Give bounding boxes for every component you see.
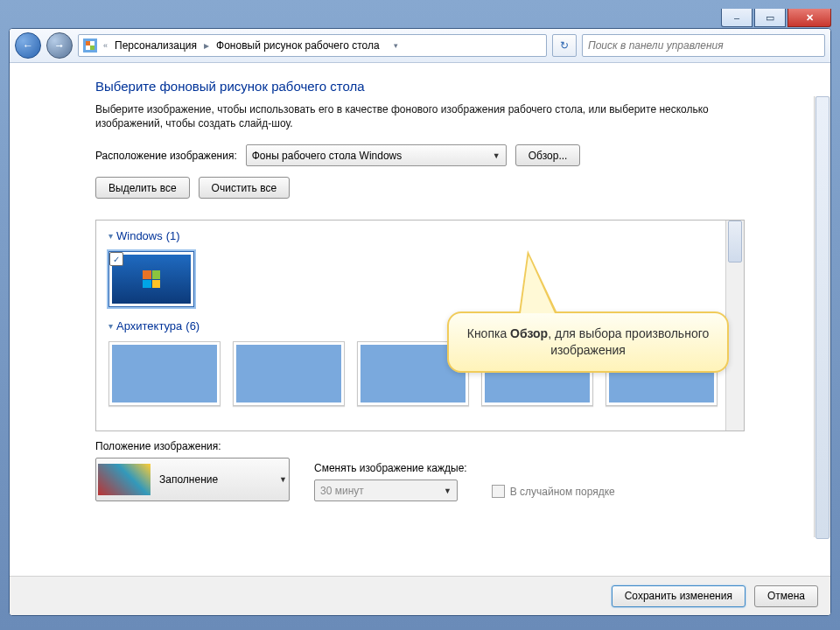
browse-button[interactable]: Обзор... — [515, 144, 581, 166]
interval-label: Сменять изображение каждые: — [314, 462, 467, 474]
breadcrumb-item[interactable]: Фоновый рисунок рабочего стола — [211, 39, 385, 52]
chevron-down-icon: ▼ — [279, 475, 287, 484]
location-label: Расположение изображения: — [95, 150, 237, 162]
control-panel-window: ← → « Персонализация ▸ Фоновый рисунок р… — [9, 28, 831, 616]
chevron-down-icon: ▼ — [493, 151, 500, 160]
page-title: Выберите фоновый рисунок рабочего стола — [95, 79, 745, 94]
tutorial-callout: Кнопка Обзор, для выбора произвольного и… — [447, 312, 729, 373]
svg-rect-3 — [90, 46, 94, 50]
nav-forward-button[interactable]: → — [46, 32, 73, 59]
location-combobox[interactable]: Фоны рабочего стола Windows▼ — [246, 144, 507, 166]
page-description: Выберите изображение, чтобы использовать… — [95, 102, 745, 130]
interval-combobox: 30 минут▼ — [314, 480, 458, 501]
group-windows: ▾ Windows (1) ✓ — [108, 229, 713, 307]
search-box[interactable] — [582, 34, 825, 57]
window-close-button[interactable]: ✕ — [788, 9, 831, 27]
save-button[interactable]: Сохранить изменения — [612, 585, 746, 607]
collapse-icon: ▾ — [108, 321, 113, 331]
content-area: Выберите фоновый рисунок рабочего стола … — [10, 63, 830, 576]
svg-rect-2 — [86, 41, 90, 46]
desktop: – ▭ ✕ ← → « Персонализация ▸ Фоновый рис… — [0, 0, 840, 630]
wallpaper-thumb[interactable]: ✓ — [108, 251, 194, 307]
breadcrumb-sep: « — [102, 41, 109, 50]
position-label: Положение изображения: — [95, 440, 290, 452]
dialog-footer: Сохранить изменения Отмена — [10, 576, 830, 615]
window-minimize-button[interactable]: – — [721, 9, 752, 27]
wallpaper-thumb[interactable] — [233, 341, 345, 406]
breadcrumb[interactable]: « Персонализация ▸ Фоновый рисунок рабоч… — [78, 34, 547, 57]
vertical-scrollbar[interactable] — [814, 96, 830, 537]
window-maximize-button[interactable]: ▭ — [754, 9, 786, 27]
chevron-down-icon: ▼ — [444, 486, 452, 495]
position-combobox[interactable]: Заполнение ▼ — [95, 458, 290, 501]
collapse-icon: ▾ — [108, 231, 113, 241]
search-input[interactable] — [583, 39, 824, 52]
breadcrumb-sep: ▸ — [202, 39, 211, 52]
select-all-button[interactable]: Выделить все — [95, 177, 190, 199]
checkbox-icon — [492, 485, 505, 498]
app-icon — [82, 38, 98, 53]
group-header[interactable]: ▾ Windows (1) — [108, 229, 713, 242]
refresh-button[interactable]: ↻ — [552, 34, 577, 57]
thumb-checkbox-checked[interactable]: ✓ — [109, 252, 123, 266]
nav-back-button[interactable]: ← — [15, 32, 41, 59]
clear-all-button[interactable]: Очистить все — [199, 177, 290, 199]
position-preview-icon — [98, 464, 150, 495]
wallpaper-thumb[interactable] — [108, 341, 220, 406]
shuffle-checkbox: В случайном порядке — [492, 485, 615, 498]
breadcrumb-item[interactable]: Персонализация — [109, 39, 202, 52]
nav-toolbar: ← → « Персонализация ▸ Фоновый рисунок р… — [10, 29, 830, 63]
cancel-button[interactable]: Отмена — [754, 585, 818, 607]
window-titlebar: – ▭ ✕ — [9, 9, 831, 28]
chevron-down-icon[interactable]: ▾ — [392, 41, 400, 50]
